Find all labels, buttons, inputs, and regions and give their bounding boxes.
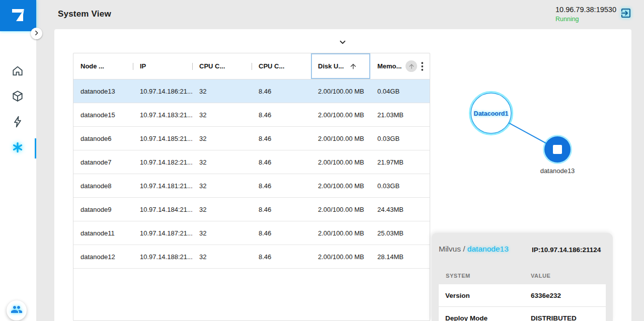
cell-ip: 10.97.14.186:21...: [133, 88, 192, 95]
connection-address: 10.96.79.38:19530: [555, 5, 616, 15]
sidebar-active-indicator: [35, 138, 37, 158]
cell-cpu-usage: 8.46: [252, 206, 311, 213]
cell-ip: 10.97.14.185:21...: [133, 135, 192, 142]
sidebar-item-system-view[interactable]: [8, 138, 28, 158]
cell-ip: 10.97.14.187:21...: [133, 229, 192, 237]
cell-node: datanode8: [73, 182, 133, 190]
cell-disk: 2.00/100.00 MB: [311, 182, 370, 190]
info-value: DISTRIBUTED: [531, 314, 606, 321]
cell-node: datanode11: [73, 229, 133, 237]
node-ip-label: IP:10.97.14.186:21124: [532, 246, 601, 254]
sort-up-icon[interactable]: [349, 62, 357, 70]
breadcrumb: Milvus / datanode13: [439, 245, 509, 254]
info-label: Version: [439, 292, 531, 299]
cell-ip: 10.97.14.184:21...: [133, 206, 192, 213]
cell-memory: 24.43MB: [370, 206, 430, 213]
table-row-datanode15[interactable]: datanode15 10.97.14.183:21... 32 8.46 2.…: [73, 103, 430, 127]
system-view-card: Node ... IP CPU C... CPU C... Disk U... …: [54, 29, 631, 321]
sidebar-item-collections[interactable]: [8, 87, 28, 107]
breadcrumb-root: Milvus /: [439, 245, 465, 253]
cell-cpu-core: 32: [192, 88, 252, 95]
disconnect-button[interactable]: [619, 8, 632, 21]
table-row-datanode8[interactable]: datanode8 10.97.14.181:21... 32 8.46 2.0…: [73, 174, 430, 198]
cell-memory: 21.03MB: [370, 111, 430, 119]
lightning-icon: [11, 115, 24, 130]
topology-graph: Datacoord1 datanode13: [442, 74, 633, 190]
cell-cpu-usage: 8.46: [252, 111, 311, 119]
cell-memory: 0.03GB: [370, 182, 430, 190]
cell-disk: 2.00/100.00 MB: [311, 158, 370, 166]
panel-column-value: VALUE: [531, 273, 550, 279]
cell-ip: 10.97.14.181:21...: [133, 182, 192, 190]
cell-cpu-core: 32: [192, 182, 252, 190]
cube-icon: [11, 90, 24, 105]
cell-ip: 10.97.14.188:21...: [133, 253, 192, 261]
cell-node: datanode15: [73, 111, 133, 119]
cell-cpu-core: 32: [192, 206, 252, 213]
column-header-disk-sorted[interactable]: Disk U...: [311, 53, 370, 79]
users-icon: [11, 303, 23, 317]
cell-disk: 2.00/100.00 MB: [311, 111, 370, 119]
system-info-row-version: Version 6336e232: [439, 284, 606, 307]
column-header-cpu-core[interactable]: CPU C...: [192, 53, 252, 79]
system-info-row-deploy-mode: Deploy Mode DISTRIBUTED: [439, 307, 606, 321]
cell-node: datanode12: [73, 253, 133, 261]
home-icon: [11, 64, 24, 79]
table-row-datanode13[interactable]: datanode13 10.97.14.186:21... 32 8.46 2.…: [73, 79, 430, 103]
more-vert-icon[interactable]: [418, 61, 427, 72]
cell-node: datanode6: [73, 135, 133, 142]
sidebar-expand-button[interactable]: [31, 28, 42, 39]
column-header-memory[interactable]: Memo...: [370, 53, 430, 79]
cell-memory: 28.14MB: [370, 253, 430, 261]
system-info-table: Version 6336e232 Deploy Mode DISTRIBUTED: [439, 284, 606, 321]
system-asterisk-icon: [11, 141, 24, 156]
cell-disk: 2.00/100.00 MB: [311, 206, 370, 213]
table-row-datanode11[interactable]: datanode11 10.97.14.187:21... 32 8.46 2.…: [73, 221, 430, 245]
cell-memory: 0.03GB: [370, 135, 430, 142]
table-row-datanode9[interactable]: datanode9 10.97.14.184:21... 32 8.46 2.0…: [73, 198, 430, 221]
cell-disk: 2.00/100.00 MB: [311, 253, 370, 261]
table-row-datanode12[interactable]: datanode12 10.97.14.188:21... 32 8.46 2.…: [73, 245, 430, 269]
sort-up-hover-icon[interactable]: [406, 60, 417, 72]
cell-cpu-usage: 8.46: [252, 229, 311, 237]
cell-cpu-usage: 8.46: [252, 158, 311, 166]
datanode-square-icon: [553, 145, 562, 154]
cell-node: datanode13: [73, 88, 133, 95]
zilliz-logo-icon: [10, 6, 27, 25]
chevron-right-icon: [33, 29, 40, 38]
table-row-datanode7[interactable]: datanode7 10.97.14.182:21... 32 8.46 2.0…: [73, 150, 430, 174]
cell-cpu-core: 32: [192, 158, 252, 166]
sidebar: [0, 31, 36, 321]
sidebar-item-search[interactable]: [8, 113, 28, 133]
cell-cpu-core: 32: [192, 253, 252, 261]
cell-disk: 2.00/100.00 MB: [311, 229, 370, 237]
datacoord-node-label[interactable]: Datacoord1: [474, 110, 509, 117]
table-row-datanode6[interactable]: datanode6 10.97.14.185:21... 32 8.46 2.0…: [73, 127, 430, 150]
column-header-ip[interactable]: IP: [133, 53, 192, 79]
cell-memory: 25.03MB: [370, 229, 430, 237]
nodes-table: Node ... IP CPU C... CPU C... Disk U... …: [73, 53, 430, 321]
panel-column-system: SYSTEM: [446, 273, 470, 279]
connection-status-badge: Running: [555, 15, 616, 24]
column-header-node[interactable]: Node ...: [73, 53, 133, 79]
node-detail-panel: Milvus / datanode13 IP:10.97.14.186:2112…: [432, 233, 613, 321]
collapse-topbar-button[interactable]: [336, 36, 350, 50]
datanode-node-label: datanode13: [540, 167, 575, 175]
app-logo[interactable]: [0, 0, 36, 31]
cell-node: datanode9: [73, 206, 133, 213]
nodes-table-header: Node ... IP CPU C... CPU C... Disk U... …: [73, 53, 430, 79]
sidebar-item-overview[interactable]: [8, 62, 28, 82]
page-title: System View: [58, 0, 111, 28]
connection-info: 10.96.79.38:19530 Running: [555, 5, 616, 23]
column-header-cpu-usage[interactable]: CPU C...: [252, 53, 311, 79]
breadcrumb-current-node[interactable]: datanode13: [467, 245, 509, 253]
cell-cpu-usage: 8.46: [252, 135, 311, 142]
cell-memory: 21.97MB: [370, 158, 430, 166]
exit-to-app-icon: [620, 7, 632, 21]
info-value: 6336e232: [531, 292, 606, 299]
cell-cpu-core: 32: [192, 135, 252, 142]
cell-memory: 0.04GB: [370, 88, 430, 95]
users-button[interactable]: [7, 300, 27, 320]
cell-cpu-usage: 8.46: [252, 182, 311, 190]
chevron-down-icon: [338, 38, 347, 49]
